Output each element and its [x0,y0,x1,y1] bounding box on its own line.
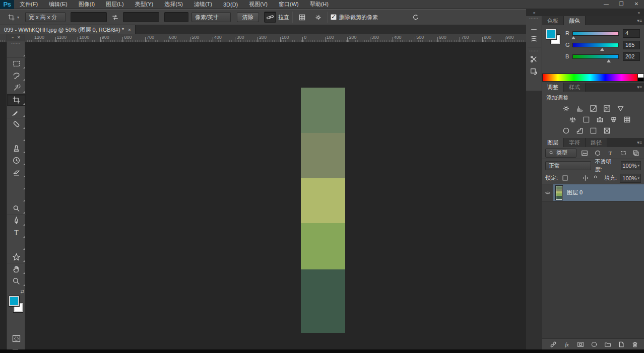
menu-item-5[interactable]: 选择(S) [159,0,188,9]
reset-icon[interactable] [409,12,421,23]
move-tool[interactable] [7,45,26,57]
filter-type-filter-button[interactable]: T [606,149,614,157]
menu-item-7[interactable]: 3D(D) [218,0,243,9]
layer-filter-type-dropdown[interactable]: 类型 [545,149,576,158]
spectrum-ramp[interactable] [542,74,638,82]
brush-presets-panel-button[interactable] [528,33,541,45]
swap-colors-icon[interactable]: ⇄ [20,289,24,294]
color-spectrum[interactable] [542,74,644,82]
minimize-button[interactable]: — [599,0,614,8]
eyedropper-tool[interactable] [7,106,26,118]
exposure-adjustment-button[interactable] [602,104,612,113]
filter-adjustment-filter-button[interactable] [594,149,602,157]
menu-item-2[interactable]: 图像(I) [73,0,100,9]
adjustments-tab[interactable]: 调整 [542,83,564,92]
opacity-value[interactable]: 100%▾ [621,161,641,170]
layers-tab[interactable]: 字符 [564,138,586,147]
zoom-tool[interactable] [7,275,26,287]
selective-color-adjustment-button[interactable] [602,126,612,135]
clone-source-panel-button[interactable] [528,65,541,78]
document-tab[interactable]: 099 - WWhKQHH.jpg @ 50% (图层 0, RGB/8#) *… [0,25,136,34]
filter-smart-filter-button[interactable] [632,149,640,157]
link-button[interactable] [549,340,557,348]
panel-menu-icon[interactable]: ▾≡ [637,140,642,145]
crop-width-input[interactable] [71,12,107,22]
rectangular-marquee-tool[interactable] [7,57,26,69]
crop-resolution-input[interactable] [164,12,188,22]
layer-thumbnail[interactable] [556,186,562,200]
hue-saturation-adjustment-button[interactable] [554,115,564,124]
blend-mode-dropdown[interactable]: 正常 [545,161,591,170]
toolbar-grip[interactable]: •••••• [7,41,25,45]
adjustments-tab[interactable]: 样式 [564,83,586,92]
color-tab[interactable]: 色板 [542,16,564,25]
clear-button[interactable]: 清除 [237,12,259,22]
delete-cropped-pixels-checkbox[interactable] [331,14,337,20]
color-balance-adjustment-button[interactable] [568,115,578,124]
photo-filter-adjustment-button[interactable] [595,115,605,124]
menu-item-0[interactable]: 文件(F) [14,0,43,9]
levels-adjustment-button[interactable] [574,104,585,113]
quick-mask-button[interactable] [7,332,26,344]
menu-item-1[interactable]: 编辑(E) [43,0,73,9]
channel-value[interactable]: 202 [623,52,640,61]
tool-presets-panel-button[interactable] [528,53,541,65]
new-group-button[interactable] [604,340,612,348]
lock-all-button[interactable] [591,174,599,182]
new-layer-button[interactable] [617,340,625,348]
layer-visibility-toggle[interactable] [542,184,553,201]
channel-value[interactable]: 4 [623,29,640,38]
fx-button[interactable]: fx [563,340,571,348]
menu-item-6[interactable]: 滤镜(T) [188,0,218,9]
add-mask-button[interactable] [576,340,585,348]
expand-dock-icon[interactable]: » [533,11,535,15]
layers-tab[interactable]: 图层 [542,138,564,147]
straighten-icon[interactable] [264,12,276,23]
blur-tool[interactable] [7,190,26,202]
history-brush-tool[interactable] [7,154,26,166]
slider-thumb[interactable] [571,36,575,39]
crop-ratio-dropdown[interactable]: 宽 x 高 x 分... [25,12,66,22]
crop-height-input[interactable] [123,12,159,22]
threshold-adjustment-button[interactable] [588,126,598,135]
posterize-adjustment-button[interactable] [574,126,585,135]
swap-dimensions-icon[interactable] [109,12,121,23]
menu-item-4[interactable]: 类型(Y) [130,0,159,9]
menu-item-8[interactable]: 视图(V) [243,0,273,9]
slider-thumb[interactable] [600,48,604,51]
tab-close-icon[interactable]: × [128,27,131,33]
close-button[interactable]: ✕ [629,0,644,8]
restore-button[interactable]: ❐ [614,0,629,8]
resolution-unit-dropdown[interactable]: 像素/英寸 [191,12,231,22]
delete-button[interactable] [631,340,639,348]
black-white-wells[interactable] [638,74,644,82]
channel-slider[interactable] [572,31,619,36]
vibrance-adjustment-button[interactable] [615,104,625,113]
channel-value[interactable]: 165 [623,41,640,49]
lock-transparency-button[interactable] [561,174,569,182]
invert-adjustment-button[interactable] [561,126,571,135]
fill-value[interactable]: 100%▾ [620,174,641,183]
black-white-adjustment-button[interactable] [582,115,592,124]
menu-item-9[interactable]: 窗口(W) [273,0,304,9]
layers-tab[interactable]: 路径 [586,138,607,147]
lock-image-button[interactable] [571,174,579,182]
curves-adjustment-button[interactable] [588,104,598,113]
new-adjustment-button[interactable] [590,340,598,348]
path-selection-tool[interactable] [7,239,26,251]
brightness-contrast-adjustment-button[interactable] [561,104,571,113]
overlay-options-icon[interactable] [296,12,308,23]
straighten-label[interactable]: 拉直 [278,14,289,21]
dodge-tool[interactable] [7,202,26,215]
brush-tool[interactable] [7,130,26,142]
toolbar-header[interactable]: »✕ [7,34,25,41]
panel-menu-icon[interactable]: ▾≡ [637,18,642,23]
crop-tool[interactable] [7,94,26,106]
custom-shape-tool[interactable] [7,251,26,263]
hand-tool[interactable] [7,263,26,275]
channel-mixer-adjustment-button[interactable] [609,115,619,124]
pen-tool[interactable] [7,215,26,227]
menu-item-3[interactable]: 图层(L) [100,0,129,9]
brush-panel-panel-button[interactable] [528,20,541,33]
panel-menu-icon[interactable]: ▾≡ [637,85,642,90]
